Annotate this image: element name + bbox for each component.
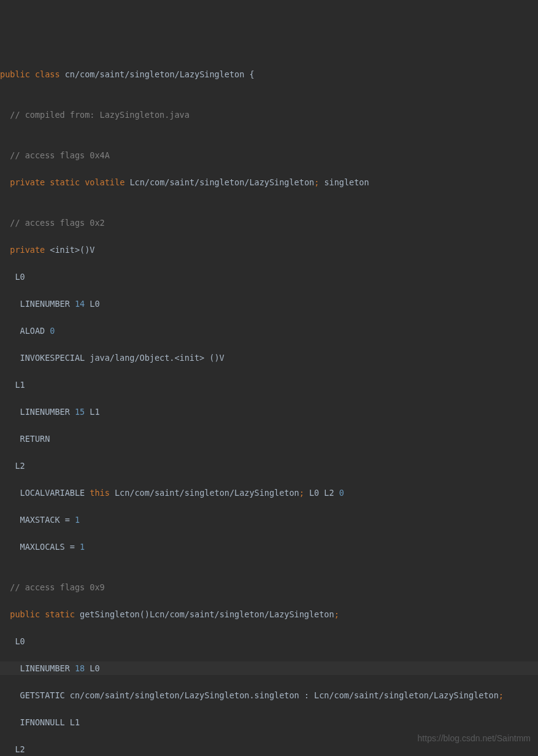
field-decl: private static volatile Lcn/com/saint/si…: [0, 176, 538, 189]
comment: // access flags 0x9: [0, 580, 538, 594]
semicolon-icon: ;: [499, 690, 504, 700]
number-literal: 1: [80, 542, 85, 552]
semicolon-icon: ;: [334, 609, 339, 619]
watermark: https://blog.csdn.net/Saintmm: [418, 731, 531, 745]
method-decl: public static getSingleton()Lcn/com/sain…: [0, 608, 538, 621]
number-literal: 0: [339, 488, 344, 498]
keyword-static: static: [50, 177, 80, 187]
instruction-current: LINENUMBER 18 L0: [0, 662, 538, 675]
line-number: 18: [75, 663, 85, 673]
instr-text: LOCALVARIABLE: [0, 488, 90, 498]
comment: // access flags 0x2: [0, 216, 538, 230]
method-sig: <init>()V: [50, 245, 94, 255]
code-line: public class cn/com/saint/singleton/Lazy…: [0, 68, 538, 81]
comment: // compiled from: LazySingleton.java: [0, 108, 538, 122]
line-number: 14: [75, 299, 85, 309]
instr-tail: L0 L2: [304, 488, 339, 498]
instruction: IFNONNULL L1: [0, 716, 538, 729]
instruction: MAXSTACK = 1: [0, 513, 538, 526]
type-desc: Lcn/com/saint/singleton/LazySingleton: [129, 177, 314, 187]
keyword-public: public: [0, 69, 30, 79]
keyword-this: this: [90, 488, 110, 498]
instr-text: LINENUMBER: [0, 299, 75, 309]
instr-tail: L0: [85, 663, 99, 673]
keyword-static: static: [45, 609, 75, 619]
instruction: LINENUMBER 14 L0: [0, 297, 538, 310]
keyword-private: private: [10, 177, 45, 187]
type-desc: Lcn/com/saint/singleton/LazySingleton: [110, 488, 299, 498]
method-decl: private <init>()V: [0, 243, 538, 256]
instruction: LOCALVARIABLE this Lcn/com/saint/singlet…: [0, 486, 538, 500]
instr-text: LINENUMBER: [0, 407, 75, 417]
semicolon-icon: ;: [299, 488, 304, 498]
instr-text: GETSTATIC cn/com/saint/singleton/LazySin…: [0, 690, 499, 700]
number-literal: 1: [75, 515, 80, 525]
instr-text: MAXLOCALS =: [0, 542, 80, 552]
field-name: singleton: [319, 177, 369, 187]
instruction: INVOKESPECIAL java/lang/Object.<init> ()…: [0, 351, 538, 364]
instruction: RETURN: [0, 432, 538, 446]
method-sig: getSingleton()Lcn/com/saint/singleton/La…: [80, 609, 334, 619]
instruction: ALOAD 0: [0, 324, 538, 338]
number-literal: 0: [50, 326, 55, 336]
instruction: LINENUMBER 15 L1: [0, 405, 538, 418]
comment: // access flags 0x4A: [0, 148, 538, 162]
code-editor: public class cn/com/saint/singleton/Lazy…: [0, 54, 538, 756]
instr-tail: L0: [85, 299, 99, 309]
keyword-public: public: [10, 609, 40, 619]
instruction: MAXLOCALS = 1: [0, 540, 538, 554]
instr-text: ALOAD: [0, 326, 50, 336]
instr-text: LINENUMBER: [0, 663, 75, 673]
line-number: 15: [75, 407, 85, 417]
label: L1: [0, 378, 538, 392]
keyword-class: class: [35, 69, 60, 79]
instr-text: MAXSTACK =: [0, 515, 75, 525]
instr-tail: L1: [85, 407, 99, 417]
instruction: GETSTATIC cn/com/saint/singleton/LazySin…: [0, 688, 538, 702]
class-name: cn/com/saint/singleton/LazySingleton {: [65, 69, 255, 79]
keyword-private: private: [10, 245, 45, 255]
label: L2: [0, 459, 538, 472]
label: L0: [0, 270, 538, 284]
label: L0: [0, 634, 538, 648]
keyword-volatile: volatile: [85, 177, 125, 187]
